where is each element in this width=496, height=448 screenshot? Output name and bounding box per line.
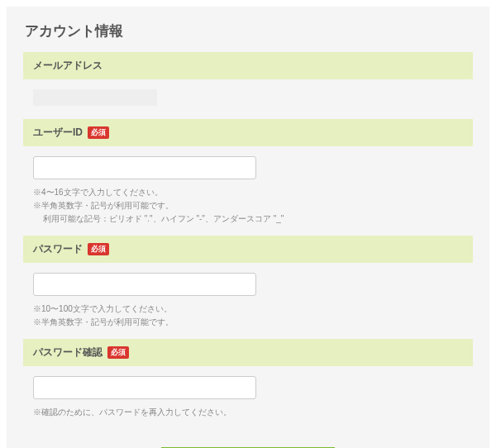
help-line: ※4〜16文字で入力してください。 <box>33 186 463 199</box>
field-body-user-id: ※4〜16文字で入力してください。 ※半角英数字・記号が利用可能です。 利用可能… <box>23 146 473 236</box>
required-badge: 必須 <box>88 243 109 255</box>
account-info-form: アカウント情報 メールアドレス ユーザーID 必須 ※4〜16文字で入力してくだ… <box>7 7 489 448</box>
user-id-input[interactable] <box>33 156 256 179</box>
help-line: ※確認のために、パスワードを再入力してください。 <box>33 406 463 419</box>
required-badge: 必須 <box>88 126 109 139</box>
section-header-email: メールアドレス <box>23 52 473 79</box>
label-password: パスワード <box>33 242 83 256</box>
email-display <box>33 89 157 106</box>
field-body-password-confirm: ※確認のために、パスワードを再入力してください。 <box>23 366 473 429</box>
field-body-email <box>23 79 473 119</box>
help-line: ※半角英数字・記号が利用可能です。 <box>33 316 463 329</box>
help-line: ※10〜100文字で入力してください。 <box>33 303 463 316</box>
label-email: メールアドレス <box>33 59 103 73</box>
label-password-confirm: パスワード確認 <box>33 346 103 360</box>
required-badge: 必須 <box>107 346 129 359</box>
help-line: ※半角英数字・記号が利用可能です。 <box>33 199 463 212</box>
password-confirm-input[interactable] <box>33 376 256 399</box>
help-text-password: ※10〜100文字で入力してください。 ※半角英数字・記号が利用可能です。 <box>33 303 463 329</box>
password-input[interactable] <box>33 273 256 296</box>
help-text-user-id: ※4〜16文字で入力してください。 ※半角英数字・記号が利用可能です。 利用可能… <box>33 186 463 226</box>
help-line: 利用可能な記号：ピリオド "."、ハイフン "-"、アンダースコア "_" <box>33 212 463 226</box>
page-title: アカウント情報 <box>25 21 473 41</box>
section-header-password-confirm: パスワード確認 必須 <box>23 339 473 366</box>
section-header-user-id: ユーザーID 必須 <box>23 119 473 146</box>
section-header-password: パスワード 必須 <box>23 236 473 263</box>
help-text-password-confirm: ※確認のために、パスワードを再入力してください。 <box>33 406 463 419</box>
label-user-id: ユーザーID <box>33 126 83 140</box>
field-body-password: ※10〜100文字で入力してください。 ※半角英数字・記号が利用可能です。 <box>23 263 473 339</box>
